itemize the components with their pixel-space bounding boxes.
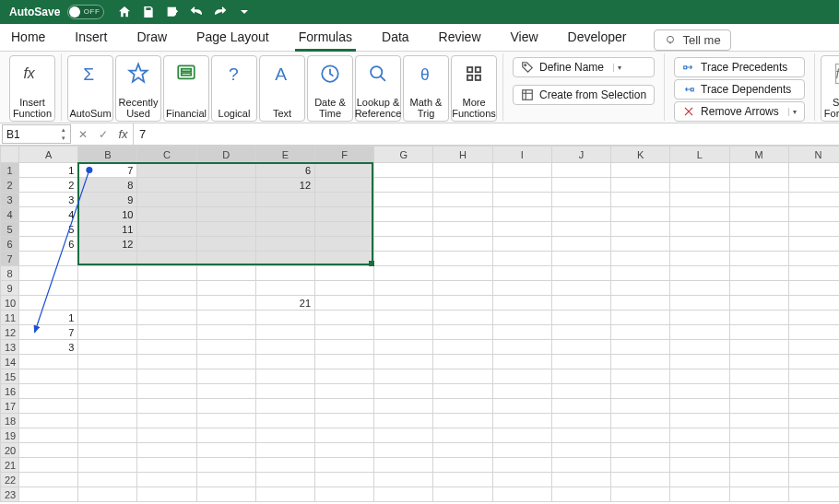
- cell-B21[interactable]: [78, 458, 137, 473]
- cell-B23[interactable]: [78, 487, 137, 502]
- cell-E20[interactable]: [255, 443, 314, 458]
- cell-H22[interactable]: [433, 473, 492, 487]
- cell-D9[interactable]: [196, 281, 255, 296]
- cell-F9[interactable]: [315, 281, 374, 296]
- row-header-6[interactable]: 6: [1, 237, 19, 252]
- cell-N7[interactable]: [788, 252, 839, 266]
- col-header-N[interactable]: N: [788, 147, 839, 163]
- cell-M4[interactable]: [729, 207, 788, 222]
- cell-C9[interactable]: [137, 281, 196, 296]
- cell-I6[interactable]: [492, 237, 551, 252]
- cell-H2[interactable]: [433, 178, 492, 193]
- cell-N18[interactable]: [788, 414, 839, 428]
- cell-E17[interactable]: [255, 399, 314, 414]
- cell-I1[interactable]: [492, 163, 551, 178]
- cell-F10[interactable]: [315, 296, 374, 311]
- cell-F20[interactable]: [315, 443, 374, 458]
- cell-G11[interactable]: [374, 311, 433, 325]
- cell-G17[interactable]: [374, 399, 433, 414]
- cell-K6[interactable]: [611, 237, 670, 252]
- cell-C13[interactable]: [137, 340, 196, 355]
- cell-K20[interactable]: [611, 443, 670, 458]
- cell-G1[interactable]: [374, 163, 433, 178]
- formula-input[interactable]: 7: [134, 123, 839, 145]
- cell-C15[interactable]: [137, 369, 196, 384]
- cell-E9[interactable]: [255, 281, 314, 296]
- row-header-18[interactable]: 18: [1, 414, 19, 428]
- cell-A7[interactable]: [19, 252, 78, 266]
- cell-E16[interactable]: [255, 384, 314, 399]
- cell-J3[interactable]: [551, 193, 610, 207]
- autosum-button[interactable]: Σ AutoSum: [67, 55, 113, 122]
- cell-I20[interactable]: [492, 443, 551, 458]
- row-header-17[interactable]: 17: [1, 399, 19, 414]
- cell-E14[interactable]: [255, 355, 314, 369]
- cell-E15[interactable]: [255, 369, 314, 384]
- cell-D18[interactable]: [196, 414, 255, 428]
- cell-A9[interactable]: [19, 281, 78, 296]
- cell-E6[interactable]: [255, 237, 314, 252]
- cell-H6[interactable]: [433, 237, 492, 252]
- cell-I19[interactable]: [492, 428, 551, 443]
- cell-N16[interactable]: [788, 384, 839, 399]
- row-header-23[interactable]: 23: [1, 487, 19, 502]
- cell-F15[interactable]: [315, 369, 374, 384]
- cancel-icon[interactable]: ✕: [73, 123, 93, 145]
- cell-B10[interactable]: [78, 296, 137, 311]
- cell-E7[interactable]: [255, 252, 314, 266]
- cell-M16[interactable]: [729, 384, 788, 399]
- cell-J18[interactable]: [551, 414, 610, 428]
- cell-H23[interactable]: [433, 487, 492, 502]
- row-header-8[interactable]: 8: [1, 266, 19, 281]
- cell-I11[interactable]: [492, 311, 551, 325]
- lookup-reference-button[interactable]: Lookup & Reference: [355, 55, 401, 122]
- cell-D8[interactable]: [196, 266, 255, 281]
- cell-M6[interactable]: [729, 237, 788, 252]
- cell-N1[interactable]: [788, 163, 839, 178]
- cell-M15[interactable]: [729, 369, 788, 384]
- cell-L14[interactable]: [670, 355, 729, 369]
- save-icon[interactable]: [141, 5, 156, 19]
- cell-G20[interactable]: [374, 443, 433, 458]
- cell-B2[interactable]: 8: [78, 178, 137, 193]
- cell-H14[interactable]: [433, 355, 492, 369]
- cell-I7[interactable]: [492, 252, 551, 266]
- cell-E4[interactable]: [255, 207, 314, 222]
- cell-L10[interactable]: [670, 296, 729, 311]
- cell-A10[interactable]: [19, 296, 78, 311]
- cell-N6[interactable]: [788, 237, 839, 252]
- cell-D23[interactable]: [196, 487, 255, 502]
- cell-M21[interactable]: [729, 458, 788, 473]
- row-header-13[interactable]: 13: [1, 340, 19, 355]
- select-all-corner[interactable]: [1, 147, 19, 163]
- cell-M14[interactable]: [729, 355, 788, 369]
- cell-J20[interactable]: [551, 443, 610, 458]
- cell-E19[interactable]: [255, 428, 314, 443]
- cell-E3[interactable]: [255, 193, 314, 207]
- col-header-B[interactable]: B: [78, 147, 137, 163]
- cell-H16[interactable]: [433, 384, 492, 399]
- cell-B7[interactable]: [78, 252, 137, 266]
- cell-G4[interactable]: [374, 207, 433, 222]
- cell-C5[interactable]: [137, 222, 196, 237]
- cell-K15[interactable]: [611, 369, 670, 384]
- cell-A11[interactable]: 1: [19, 311, 78, 325]
- cell-J16[interactable]: [551, 384, 610, 399]
- row-header-5[interactable]: 5: [1, 222, 19, 237]
- cell-D13[interactable]: [196, 340, 255, 355]
- cell-F16[interactable]: [315, 384, 374, 399]
- cell-F2[interactable]: [315, 178, 374, 193]
- cell-M23[interactable]: [729, 487, 788, 502]
- cell-C23[interactable]: [137, 487, 196, 502]
- cell-K17[interactable]: [611, 399, 670, 414]
- cell-N2[interactable]: [788, 178, 839, 193]
- cell-J19[interactable]: [551, 428, 610, 443]
- date-time-button[interactable]: Date & Time: [307, 55, 353, 122]
- cell-N23[interactable]: [788, 487, 839, 502]
- cell-I2[interactable]: [492, 178, 551, 193]
- cell-C10[interactable]: [137, 296, 196, 311]
- row-header-22[interactable]: 22: [1, 473, 19, 487]
- cell-A3[interactable]: 3: [19, 193, 78, 207]
- cell-A20[interactable]: [19, 443, 78, 458]
- cell-C2[interactable]: [137, 178, 196, 193]
